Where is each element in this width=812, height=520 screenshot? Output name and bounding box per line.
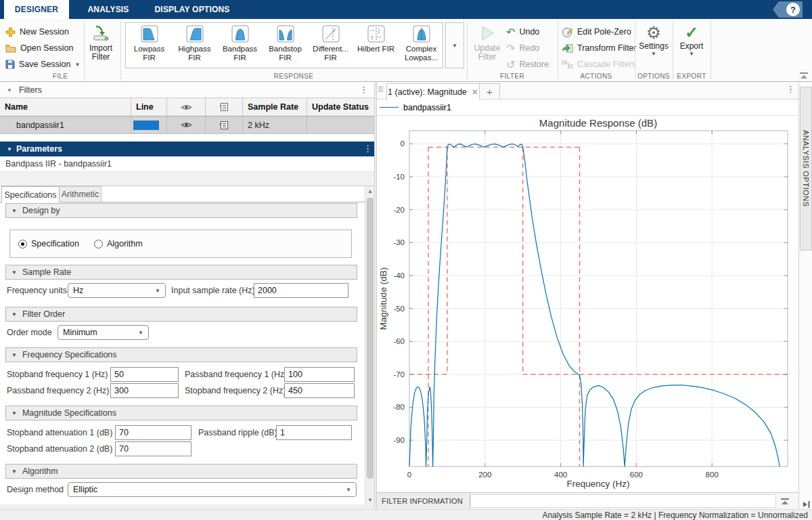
collapse-caret-icon: ▼: [12, 208, 17, 214]
filter-designer-app: DESIGNER ANALYSIS DISPLAY OPTIONS ? New …: [0, 0, 812, 520]
new-session-button[interactable]: New Session: [5, 24, 69, 39]
minimize-toolstrip-button[interactable]: [800, 72, 808, 81]
order-mode-dropdown[interactable]: Minimum ▼: [58, 325, 149, 340]
tab-display-options[interactable]: DISPLAY OPTIONS: [148, 0, 237, 19]
stopband-freq2-field[interactable]: [284, 383, 355, 398]
import-filter-button[interactable]: Import Filter: [82, 24, 120, 62]
tab-specifications[interactable]: Specifications: [1, 186, 60, 202]
restore-button[interactable]: ↺ Restore: [506, 57, 549, 72]
dock-panel-button[interactable]: [802, 500, 810, 510]
col-header-line[interactable]: Line: [131, 98, 167, 116]
parameters-panel-header[interactable]: ▼ Parameters ⋮: [0, 142, 374, 156]
section-header-magnitude-specs[interactable]: ▼ Magnitude Specifications: [5, 406, 357, 420]
scroll-up-icon[interactable]: ▲: [365, 186, 375, 196]
section-header-algorithm[interactable]: ▼ Algorithm: [5, 464, 357, 479]
section-header-frequency-specs[interactable]: ▼ Frequency Specifications: [5, 347, 357, 362]
stopband-freq1-field[interactable]: [110, 367, 179, 382]
gallery-item-highpass-fir[interactable]: Highpass FIR: [172, 23, 217, 68]
frequency-units-dropdown[interactable]: Hz ▼: [68, 283, 166, 298]
section-header-sample-rate[interactable]: ▼ Sample Rate: [5, 265, 357, 280]
cascade-filters-button[interactable]: Cascade Filters: [562, 57, 636, 72]
tab-analysis[interactable]: ANALYSIS: [69, 0, 148, 19]
filter-information-bar[interactable]: FILTER INFORMATION: [377, 492, 798, 509]
differentiator-icon: [322, 25, 340, 43]
tab-arithmetic[interactable]: Arithmetic: [60, 186, 102, 202]
y-axis-label: Magnitude (dB): [378, 267, 388, 330]
settings-button[interactable]: ⚙ Settings ▼: [635, 23, 673, 57]
section-header-design-by[interactable]: ▼ Design by: [5, 203, 357, 218]
radio-algorithm[interactable]: Algorithm: [94, 239, 143, 248]
panel-grip-icon[interactable]: [378, 87, 383, 95]
tab-designer[interactable]: DESIGNER: [4, 0, 69, 19]
passband-freq1-field[interactable]: [284, 367, 355, 382]
filters-panel-header[interactable]: ▼ Filters ⋮: [0, 83, 374, 98]
input-sample-rate-field[interactable]: [254, 283, 348, 298]
restore-icon: ↺: [506, 58, 515, 71]
chevron-down-icon: ▼: [635, 51, 673, 57]
passband-freq2-label: Passband frequency 2 (Hz): [7, 383, 109, 398]
transform-filter-button[interactable]: Transform Filter: [562, 41, 637, 56]
ribbon: New Session Open Session Save Session ▼ …: [0, 19, 812, 82]
kebab-menu-icon[interactable]: ⋮: [359, 87, 368, 93]
status-bar: Analysis Sample Rate = 2 kHz | Frequency…: [0, 509, 812, 520]
plot-canvas[interactable]: Magnitude Response (dB) Frequency (Hz) M…: [377, 116, 798, 492]
col-header-specs[interactable]: [206, 98, 243, 116]
close-icon[interactable]: ✕: [472, 87, 478, 97]
magnitude-response-plot[interactable]: Magnitude Response (dB) Frequency (Hz) M…: [377, 116, 798, 492]
redo-button[interactable]: ↷ Redo: [506, 41, 539, 56]
gallery-item-hilbert-fir[interactable]: j-j Hilbert FIR: [353, 23, 399, 68]
filter-information-content: [470, 494, 776, 508]
filter-visibility-cell[interactable]: [167, 116, 206, 133]
gallery-item-bandpass-fir[interactable]: Bandpass FIR: [217, 23, 263, 68]
line-color-swatch[interactable]: [133, 121, 159, 130]
update-filter-button[interactable]: Update Filter: [468, 24, 506, 62]
stopband-atten2-field[interactable]: [115, 441, 191, 456]
collapse-caret-icon: ▼: [12, 410, 17, 416]
col-header-name[interactable]: Name: [0, 98, 131, 116]
open-session-button[interactable]: Open Session: [5, 41, 74, 56]
gallery-item-bandstop-fir[interactable]: Bandstop FIR: [263, 23, 308, 68]
filter-specs-cell[interactable]: [206, 116, 243, 133]
add-display-tab-button[interactable]: +: [480, 83, 500, 100]
svg-text:800: 800: [706, 471, 719, 479]
col-header-update-status[interactable]: Update Status: [307, 98, 374, 116]
filters-table-header: Name Line Sample Rate Update Status: [0, 98, 374, 116]
filter-line-cell[interactable]: [131, 116, 167, 133]
design-method-label: Design method: [7, 482, 64, 497]
col-header-visibility[interactable]: [167, 98, 206, 116]
passband-freq2-field[interactable]: [110, 383, 179, 398]
svg-text:600: 600: [630, 471, 643, 479]
display-panel: 1 (active): Magnitude ✕ + ⋮ bandpassiir1…: [377, 83, 798, 509]
scroll-down-icon[interactable]: ▼: [365, 495, 375, 504]
expand-filter-information-button[interactable]: [781, 498, 789, 507]
gallery-item-differentiator-fir[interactable]: Different... FIR: [308, 23, 353, 68]
check-icon: ✓: [685, 23, 698, 42]
kebab-menu-icon[interactable]: ⋮: [786, 86, 795, 93]
gallery-item-lowpass-fir[interactable]: Lowpass FIR: [127, 23, 172, 68]
legend-line-sample: [380, 107, 399, 108]
chevron-down-icon: ▼: [138, 330, 143, 336]
filter-information-label[interactable]: FILTER INFORMATION: [377, 493, 470, 509]
gallery-item-complex-lowpass[interactable]: Complex Lowpas...: [399, 23, 444, 68]
col-header-sample-rate[interactable]: Sample Rate: [243, 98, 307, 116]
passband-ripple-field[interactable]: [276, 425, 352, 440]
lowpass-icon: [141, 25, 158, 43]
magnitude-display-tab[interactable]: 1 (active): Magnitude ✕: [386, 83, 480, 100]
analysis-options-strip[interactable]: ANALYSIS OPTIONS: [800, 87, 812, 251]
section-header-filter-order[interactable]: ▼ Filter Order: [5, 307, 357, 322]
kebab-menu-icon[interactable]: ⋮: [363, 146, 372, 152]
radio-specification[interactable]: Specification: [18, 239, 79, 248]
left-panel-scrollbar[interactable]: ▲ ▼: [365, 186, 374, 504]
design-method-dropdown[interactable]: Elliptic ▼: [68, 482, 357, 497]
save-session-button[interactable]: Save Session ▼: [5, 57, 80, 72]
scrollbar-thumb[interactable]: [367, 198, 374, 479]
help-button[interactable]: ?: [773, 1, 803, 18]
export-button[interactable]: ✓ Export ▼: [673, 23, 710, 57]
stopband-atten1-field[interactable]: [115, 425, 191, 440]
play-icon: [478, 24, 496, 42]
edit-pole-zero-button[interactable]: Edit Pole-Zero: [562, 24, 631, 39]
gallery-expand-button[interactable]: ▼: [445, 22, 464, 68]
svg-text:0: 0: [407, 471, 411, 479]
filter-row-bandpassiir1[interactable]: bandpassiir1 2 kHz: [0, 116, 374, 134]
undo-button[interactable]: ↶ Undo: [506, 24, 539, 39]
